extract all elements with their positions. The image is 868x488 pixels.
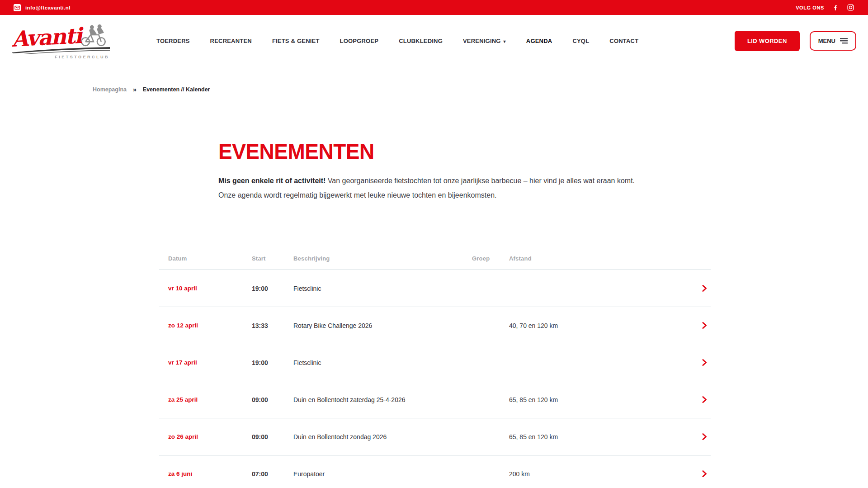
email-link[interactable]: info@ftcavanti.nl	[14, 4, 71, 11]
chevron-right-icon	[702, 433, 707, 441]
breadcrumb: Homepagina » Evenementen // Kalender	[93, 86, 868, 93]
header-groep: Groep	[472, 255, 509, 262]
breadcrumb-home-link[interactable]: Homepagina	[93, 86, 127, 93]
event-description: Europatoer	[293, 470, 472, 478]
topbar: info@ftcavanti.nl VOLG ONS	[0, 0, 868, 15]
events-table: Datum Start Beschrijving Groep Afstand v…	[159, 247, 711, 488]
event-date: vr 17 april	[168, 359, 252, 366]
event-open-link[interactable]	[688, 470, 711, 478]
nav-item-cyql[interactable]: CYQL	[572, 38, 589, 44]
events-table-header: Datum Start Beschrijving Groep Afstand	[159, 247, 711, 270]
chevron-down-icon: ▾	[504, 39, 506, 44]
event-open-link[interactable]	[688, 433, 711, 441]
table-row[interactable]: vr 17 april 19:00 Fietsclinic	[159, 344, 711, 381]
topbar-social: VOLG ONS	[796, 4, 854, 11]
menu-button-label: MENU	[818, 38, 835, 44]
table-row[interactable]: zo 12 april 13:33 Rotary Bike Challenge …	[159, 307, 711, 344]
events-table-body: vr 10 april 19:00 Fietsclinic zo 12 apri…	[159, 270, 711, 488]
table-row[interactable]: vr 10 april 19:00 Fietsclinic	[159, 270, 711, 307]
event-description: Duin en Bollentocht zondag 2026	[293, 433, 472, 441]
event-description: Fietsclinic	[293, 359, 472, 366]
nav-item-contact[interactable]: CONTACT	[609, 38, 638, 44]
nav-item-label: VERENIGING	[463, 38, 501, 44]
intro-paragraph: Mis geen enkele rit of activiteit! Van g…	[218, 174, 651, 203]
table-row[interactable]: za 25 april 09:00 Duin en Bollentocht za…	[159, 381, 711, 418]
logo-wordmark: Avanti	[11, 25, 82, 50]
chevron-right-icon	[702, 284, 707, 292]
nav-item-label: FIETS & GENIET	[272, 38, 320, 44]
event-start-time: 09:00	[252, 396, 293, 403]
breadcrumb-current: Evenementen // Kalender	[143, 86, 210, 93]
event-date: za 25 april	[168, 396, 252, 403]
header-beschrijving: Beschrijving	[293, 255, 472, 262]
event-description: Rotary Bike Challenge 2026	[293, 322, 472, 329]
chevron-right-icon	[702, 396, 707, 403]
event-start-time: 07:00	[252, 470, 293, 478]
nav-item-agenda[interactable]: AGENDA	[526, 38, 552, 44]
event-date: zo 12 april	[168, 322, 252, 329]
event-start-time: 19:00	[252, 359, 293, 366]
breadcrumb-separator-icon: »	[133, 86, 137, 93]
event-date: za 6 juni	[168, 470, 252, 477]
event-distance: 65, 85 en 120 km	[509, 433, 688, 441]
table-row[interactable]: za 6 juni 07:00 Europatoer 200 km	[159, 455, 711, 488]
event-open-link[interactable]	[688, 359, 711, 366]
event-date: zo 26 april	[168, 433, 252, 440]
event-open-link[interactable]	[688, 322, 711, 329]
event-open-link[interactable]	[688, 396, 711, 403]
nav-item-label: CLUBKLEDING	[399, 38, 443, 44]
avanti-logo[interactable]: Avanti FIETSTOERCLUB	[12, 23, 112, 59]
nav-item-label: TOERDERS	[156, 38, 190, 44]
chevron-right-icon	[702, 470, 707, 478]
nav-item-label: AGENDA	[526, 38, 552, 44]
menu-button[interactable]: MENU	[810, 31, 856, 51]
facebook-icon[interactable]	[832, 4, 839, 11]
event-distance: 40, 70 en 120 km	[509, 322, 688, 329]
header-actions: LID WORDEN MENU	[735, 31, 856, 51]
event-start-time: 13:33	[252, 322, 293, 329]
event-description: Fietsclinic	[293, 285, 472, 292]
follow-us-label: VOLG ONS	[796, 5, 824, 10]
header-start: Start	[252, 255, 293, 262]
chevron-right-icon	[702, 322, 707, 329]
nav-item-vereniging[interactable]: VERENIGING▾	[463, 38, 506, 44]
nav-item-label: CYQL	[572, 38, 589, 44]
logo-subtitle: FIETSTOERCLUB	[12, 55, 112, 59]
email-text: info@ftcavanti.nl	[25, 5, 71, 10]
nav-item-label: RECREANTEN	[210, 38, 252, 44]
nav-item-toerders[interactable]: TOERDERS	[156, 38, 190, 44]
event-start-time: 09:00	[252, 433, 293, 441]
event-description: Duin en Bollentocht zaterdag 25-4-2026	[293, 396, 472, 403]
instagram-icon[interactable]	[847, 4, 854, 11]
site-header: Avanti FIETSTOERCLUB TO	[0, 15, 868, 67]
event-start-time: 19:00	[252, 285, 293, 292]
nav-item-label: LOOPGROEP	[340, 38, 379, 44]
event-distance: 200 km	[509, 470, 688, 478]
header-datum: Datum	[168, 255, 252, 262]
join-button[interactable]: LID WORDEN	[735, 31, 800, 51]
page-title: EVENEMENTEN	[218, 141, 868, 162]
main-nav: TOERDERSRECREANTENFIETS & GENIETLOOPGROE…	[156, 38, 638, 44]
nav-item-recreanten[interactable]: RECREANTEN	[210, 38, 252, 44]
event-distance: 65, 85 en 120 km	[509, 396, 688, 403]
nav-item-label: CONTACT	[609, 38, 638, 44]
nav-item-loopgroep[interactable]: LOOPGROEP	[340, 38, 379, 44]
table-row[interactable]: zo 26 april 09:00 Duin en Bollentocht zo…	[159, 418, 711, 455]
event-open-link[interactable]	[688, 284, 711, 292]
envelope-icon	[14, 4, 21, 11]
nav-item-clubkleding[interactable]: CLUBKLEDING	[399, 38, 443, 44]
nav-item-fiets-geniet[interactable]: FIETS & GENIET	[272, 38, 320, 44]
main-content: EVENEMENTEN Mis geen enkele rit of activ…	[218, 141, 868, 203]
hamburger-icon	[840, 38, 848, 44]
event-date: vr 10 april	[168, 285, 252, 292]
header-afstand: Afstand	[509, 255, 688, 262]
chevron-right-icon	[702, 359, 707, 366]
cyclists-illustration	[79, 23, 108, 47]
intro-lead: Mis geen enkele rit of activiteit!	[218, 177, 326, 185]
